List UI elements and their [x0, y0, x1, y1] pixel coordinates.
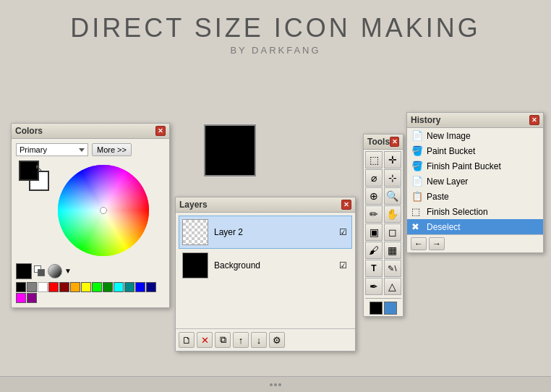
gradient-swatch[interactable]	[48, 264, 62, 278]
layer2-visibility[interactable]: ☑	[337, 226, 349, 238]
tool-marquee[interactable]: ⬚	[365, 151, 383, 169]
color-wheel-container[interactable]	[56, 163, 150, 257]
colors-title-label: Colors	[15, 126, 43, 136]
history-deselect-label: Deselect	[427, 222, 461, 232]
history-item-finish-paint-bucket[interactable]: 🪣 Finish Paint Bucket	[407, 158, 543, 174]
swatch-green[interactable]	[92, 282, 102, 292]
swatch-purple[interactable]	[27, 293, 37, 303]
swatch-red[interactable]	[48, 282, 59, 292]
swatch-cyan[interactable]	[114, 282, 124, 292]
swatch-teal[interactable]	[124, 282, 134, 292]
dot3	[278, 383, 281, 386]
layers-title-label: Layers	[179, 200, 208, 210]
history-paste-icon: 📋	[411, 191, 423, 202]
tool-hand[interactable]: ✋	[384, 205, 401, 223]
history-finish-paint-label: Finish Paint Bucket	[427, 161, 501, 171]
swatch-orange[interactable]	[70, 282, 80, 292]
dot2	[274, 383, 277, 386]
tools-close-button[interactable]: ✕	[390, 137, 399, 147]
colors-panel: Colors ✕ Primary Secondary More >> ↖	[11, 123, 170, 308]
layer-settings-button[interactable]: ⚙	[269, 332, 285, 348]
layer2-name: Layer 2	[214, 227, 337, 237]
tool-text[interactable]: T	[365, 260, 383, 277]
history-deselect-icon: ✖	[411, 221, 423, 232]
primary-select[interactable]: Primary Secondary	[16, 143, 88, 156]
color-wheel-center	[100, 207, 107, 214]
tool-bg-swatch[interactable]	[384, 302, 397, 315]
move-layer-down-button[interactable]: ↓	[251, 332, 267, 348]
tool-gradient[interactable]: ▦	[384, 242, 401, 259]
layer-row-layer2[interactable]: Layer 2 ☑	[179, 216, 352, 249]
swatch-white[interactable]	[38, 282, 48, 292]
layers-toolbar: 🗋 ✕ ⧉ ↑ ↓ ⚙	[176, 328, 355, 351]
history-item-new-layer[interactable]: 📄 New Layer	[407, 174, 543, 189]
history-forward-button[interactable]: →	[429, 237, 445, 250]
move-layer-up-button[interactable]: ↑	[233, 332, 249, 348]
history-paint-bucket-icon: 🪣	[411, 145, 423, 156]
tool-transform[interactable]: △	[384, 278, 401, 295]
history-item-paint-bucket[interactable]: 🪣 Paint Bucket	[407, 143, 543, 158]
delete-layer-button[interactable]: ✕	[197, 332, 213, 348]
history-new-layer-icon: 📄	[411, 176, 423, 187]
history-title-label: History	[411, 115, 440, 125]
swatch-gray[interactable]	[27, 282, 37, 292]
layers-body: Layer 2 ☑ Background ☑	[176, 213, 355, 328]
history-item-finish-selection[interactable]: ⬚ Finish Selection	[407, 204, 543, 219]
background-visibility[interactable]: ☑	[337, 260, 349, 271]
layers-empty-space	[179, 282, 352, 325]
tool-pencil[interactable]: ✏	[365, 205, 383, 223]
layers-titlebar: Layers ✕	[176, 197, 355, 213]
tools-titlebar: Tools ✕	[364, 135, 403, 150]
swatch-black[interactable]	[16, 282, 26, 292]
background-name: Background	[214, 260, 337, 270]
tools-bottom	[364, 300, 403, 316]
duplicate-layer-button[interactable]: ⧉	[215, 332, 231, 348]
color-swatches: ↖	[19, 161, 56, 195]
tool-rect[interactable]: ◻	[384, 223, 401, 241]
layers-close-button[interactable]: ✕	[341, 200, 351, 210]
tool-eyedropper[interactable]: ⊕	[365, 187, 383, 205]
tools-separator	[365, 298, 401, 299]
layers-panel: Layers ✕ Layer 2 ☑ Background ☑ 🗋 ✕ ⧉ ↑ …	[175, 197, 356, 351]
dot1	[270, 383, 273, 386]
colors-top-row: Primary Secondary More >>	[16, 143, 165, 156]
history-panel: History ✕ 📄 New Image 🪣 Paint Bucket 🪣 F…	[406, 112, 544, 253]
color-arrow[interactable]: ▼	[64, 267, 73, 276]
tools-grid: ⬚ ✛ ⌀ ⊹ ⊕ 🔍 ✏ ✋ ▣ ◻ 🖌 ▦ T ✎\ ✒ △	[364, 150, 403, 297]
colors-close-button[interactable]: ✕	[155, 126, 166, 136]
swatch-darkred[interactable]	[59, 282, 69, 292]
tool-shape[interactable]: ✎\	[384, 260, 401, 277]
history-new-image-icon: 📄	[411, 130, 423, 141]
tool-brush[interactable]: 🖌	[365, 242, 383, 259]
colors-body: Primary Secondary More >> ↖	[12, 139, 169, 307]
color-wheel[interactable]	[56, 163, 150, 257]
history-close-button[interactable]: ✕	[529, 115, 539, 125]
history-finish-paint-icon: 🪣	[411, 161, 423, 171]
swatch-blue[interactable]	[135, 282, 145, 292]
history-list: 📄 New Image 🪣 Paint Bucket 🪣 Finish Pain…	[407, 128, 543, 234]
history-finish-selection-icon: ⬚	[411, 206, 423, 217]
layer-row-background[interactable]: Background ☑	[179, 249, 352, 282]
new-layer-button[interactable]: 🗋	[179, 332, 195, 348]
canvas-preview	[204, 124, 256, 176]
tool-zoom[interactable]: 🔍	[384, 187, 401, 205]
tool-paint-bucket[interactable]: ▣	[365, 223, 383, 241]
swatch-yellow[interactable]	[81, 282, 91, 292]
swatch-darkgreen[interactable]	[103, 282, 113, 292]
history-item-new-image[interactable]: 📄 New Image	[407, 128, 543, 143]
tool-magic-wand[interactable]: ⊹	[384, 169, 401, 187]
main-title: DIRECT SIZE ICON MAKING	[0, 13, 551, 43]
tool-move[interactable]: ✛	[384, 151, 401, 169]
history-back-button[interactable]: ←	[411, 237, 427, 250]
fg-color-box[interactable]	[16, 263, 32, 279]
swatch-darkblue[interactable]	[146, 282, 156, 292]
history-item-deselect[interactable]: ✖ Deselect	[407, 219, 543, 234]
tool-pen[interactable]: ✒	[365, 278, 383, 295]
tool-lasso[interactable]: ⌀	[365, 169, 383, 187]
swatch-cursor-icon: ↖	[35, 162, 43, 174]
swatch-magenta[interactable]	[16, 293, 26, 303]
more-button[interactable]: More >>	[92, 143, 132, 156]
history-bottom-bar: ← →	[407, 234, 543, 252]
tool-fg-swatch[interactable]	[370, 302, 383, 315]
history-item-paste[interactable]: 📋 Paste	[407, 189, 543, 204]
